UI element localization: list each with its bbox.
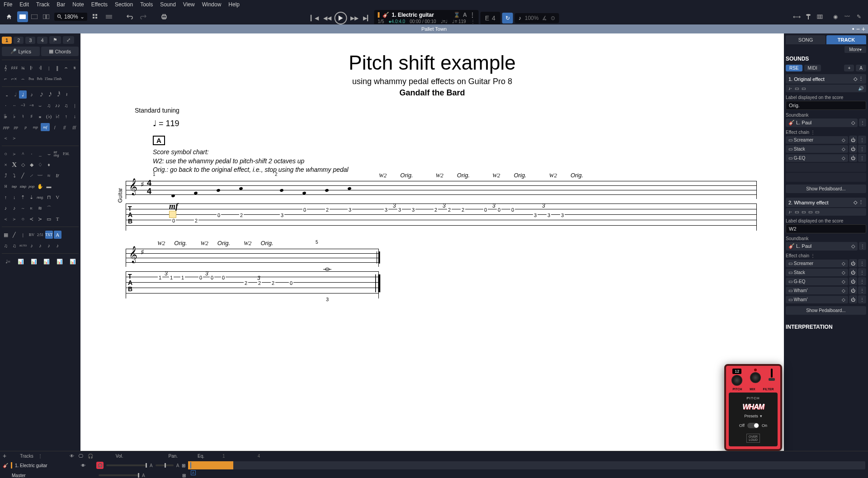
stem-button[interactable]: | <box>71 101 79 109</box>
score-label-input-2[interactable] <box>786 224 866 233</box>
more-dropdown[interactable]: More▾ <box>844 46 866 53</box>
menu-window[interactable]: Window <box>202 1 222 8</box>
dyn-ppp-button[interactable]: ppp <box>2 123 11 131</box>
soundbank-options-1[interactable]: ⋮ <box>859 118 866 127</box>
menu-help[interactable]: Help <box>228 1 240 8</box>
effect-wham-2b[interactable]: ▭ Wham'◇ <box>786 296 848 303</box>
show-pedalboard-1[interactable]: Show Pedalboard... <box>786 185 866 193</box>
drumkit-button[interactable] <box>815 11 826 22</box>
bend-button[interactable]: ⤴ <box>2 171 9 180</box>
palette-track-1[interactable]: 1 <box>2 37 12 44</box>
dyn-f-button[interactable]: f <box>51 123 60 131</box>
rse-mode-button[interactable]: RSE <box>786 65 802 71</box>
zoom-control[interactable]: 180% ⌄ <box>54 13 87 21</box>
chord-diagram-button[interactable]: ▦ <box>2 231 9 239</box>
tuplet-n-button[interactable]: ⌢n <box>28 101 35 109</box>
fermata-button[interactable]: 𝄐 <box>62 64 70 72</box>
sound-A-icon-2[interactable]: ▭ <box>795 209 799 214</box>
quarter-note-button[interactable]: ♩ <box>19 90 27 99</box>
text-button[interactable]: T <box>54 215 61 223</box>
playhead-icon[interactable] <box>190 462 191 469</box>
pedal-filter-switch[interactable] <box>769 378 775 381</box>
view-screen-button[interactable] <box>29 11 40 22</box>
track-auto-button[interactable]: 📊 <box>28 257 40 265</box>
design-mode-button[interactable] <box>90 11 101 22</box>
beam-break-button[interactable]: ♫ <box>62 101 70 109</box>
track-region-strip[interactable] <box>188 461 865 469</box>
pedal-presets-dropdown[interactable]: Presets ▾ <box>744 414 762 418</box>
stem-up-button[interactable]: ↑ <box>62 112 70 120</box>
track-row-master[interactable]: Master A ⊞ A <box>0 470 868 478</box>
track-row-electric-guitar[interactable]: 🎸 1. Electric guitar 👁 🎧 A A ⊞ <box>0 460 868 470</box>
effect-screamer-1[interactable]: ▭ Screamer◇ <box>786 136 848 144</box>
ah-button[interactable]: ♦ <box>45 161 53 169</box>
sound-B-icon-2[interactable]: ▭ <box>802 209 806 214</box>
effect-slot-empty-1b[interactable] <box>786 173 866 182</box>
view-page-button[interactable] <box>17 11 28 22</box>
eighth-note-button[interactable]: ♪ <box>28 90 35 99</box>
menu-section[interactable]: Section <box>115 1 133 8</box>
sound-A-icon[interactable]: ▭ <box>795 86 799 91</box>
voice2-button[interactable]: ♪ <box>36 241 44 250</box>
timer-button[interactable]: 2:51 <box>36 231 44 239</box>
rasgueado-button[interactable]: rasg. <box>36 193 44 201</box>
barre-chord-button[interactable]: | <box>19 231 27 239</box>
pedal-filter-slider[interactable] <box>771 369 773 378</box>
double-dot-button[interactable]: ·· <box>10 101 18 109</box>
decrescendo-hairpin-button[interactable]: ＞ <box>10 215 18 223</box>
menu-view[interactable]: View <box>183 1 195 8</box>
add-sound-button[interactable]: + <box>844 65 854 71</box>
lyrics-button[interactable]: 🎤 Lyrics <box>2 47 40 56</box>
menu-edit[interactable]: Edit <box>19 1 29 8</box>
whole-note-button[interactable]: 𝅝 <box>2 90 9 99</box>
sound-present-icon-2[interactable]: ♪· <box>788 209 792 214</box>
effect-geq-1[interactable]: ▭ G-EQ◇ <box>786 154 848 162</box>
slap-button[interactable]: slap <box>19 182 27 190</box>
tempo-auto-button[interactable]: ♩= <box>2 257 14 265</box>
ottava-8vb-button[interactable]: 8vb <box>36 75 43 83</box>
a-marker-button[interactable]: A <box>54 231 61 239</box>
turn-button[interactable]: ~ <box>19 204 27 212</box>
repeat-end-button[interactable]: 𝄇 <box>36 64 44 72</box>
palette-track-3[interactable]: 3 <box>25 37 35 44</box>
decresc-button[interactable]: ＞ <box>10 134 18 142</box>
palette-expand-icon[interactable]: ⤢ <box>63 36 74 44</box>
sound-present-icon[interactable]: ♪· <box>788 86 792 91</box>
beam-group-button[interactable]: ♫ <box>2 241 9 250</box>
menu-note[interactable]: Note <box>72 1 84 8</box>
tenuto-button[interactable]: _ <box>36 150 44 158</box>
ghost-note-button[interactable]: ○ <box>2 150 9 158</box>
free-time-button[interactable]: ⌢ <box>19 75 27 83</box>
txt-button[interactable]: TXT <box>45 231 53 239</box>
trill-button[interactable]: tr <box>54 171 61 180</box>
menu-bar[interactable]: Bar <box>57 1 66 8</box>
accent-button[interactable]: ＞ <box>10 150 18 158</box>
arpeggio-up-button[interactable]: ⇡ <box>19 193 27 201</box>
soundbank-options-2[interactable]: ⋮ <box>859 242 866 250</box>
bv-button[interactable]: BV <box>28 231 35 239</box>
double-sharp-button[interactable]: 𝄪 <box>36 112 44 120</box>
hammer-button[interactable]: H <box>2 182 9 190</box>
pedal-mix-knob[interactable] <box>750 372 761 383</box>
slash-button[interactable]: ╱ <box>10 231 18 239</box>
track-volume-slider[interactable] <box>106 464 147 466</box>
crescendo-hairpin-button[interactable]: ＜ <box>2 215 9 223</box>
menu-sound[interactable]: Sound <box>160 1 176 8</box>
menu-tools[interactable]: Tools <box>140 1 153 8</box>
dyn-mp-button[interactable]: mp <box>31 123 40 131</box>
track-visibility-toggle[interactable]: 👁 <box>81 463 85 468</box>
whammy-pedal-popup[interactable]: 12 PITCH MIX FILTER PITCH WHAM Presets ▾… <box>724 364 782 451</box>
auto5-button[interactable]: 📊 <box>66 257 79 265</box>
bracket-button[interactable]: ⌐ <box>2 75 9 83</box>
go-end-button[interactable]: ▶▎ <box>362 13 373 24</box>
wah-button[interactable]: ⌒ <box>45 204 53 212</box>
x-note-button[interactable]: X <box>10 161 18 169</box>
repeat-start-button[interactable]: 𝄆 <box>28 64 35 72</box>
sound-speaker-icon[interactable]: 🔊 <box>858 86 863 91</box>
score-viewport[interactable]: Pitch shift example using whammy pedal e… <box>80 33 784 451</box>
sound-1-header[interactable]: 1. Original effect◇ ⋮ <box>786 74 866 84</box>
tuner-button[interactable]: ◉ <box>830 11 841 22</box>
sound-2-header[interactable]: 2. Whammy effect◇ ⋮ <box>786 198 866 207</box>
menu-file[interactable]: File <box>4 1 12 8</box>
segno-button[interactable]: 𝄋 <box>71 64 79 72</box>
